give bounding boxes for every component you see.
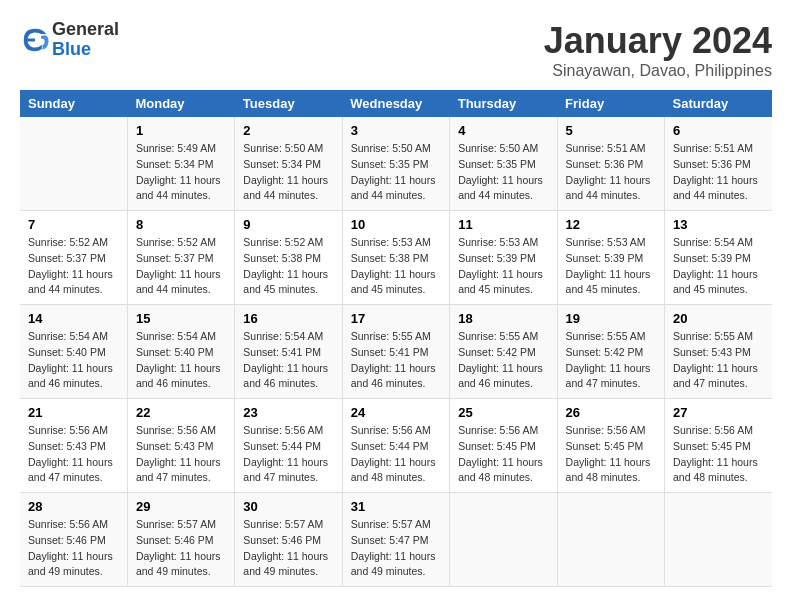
day-info: Sunrise: 5:57 AMSunset: 5:46 PMDaylight:… xyxy=(243,517,333,580)
day-number: 15 xyxy=(136,311,226,326)
day-info: Sunrise: 5:56 AMSunset: 5:44 PMDaylight:… xyxy=(351,423,441,486)
day-info: Sunrise: 5:51 AMSunset: 5:36 PMDaylight:… xyxy=(566,141,656,204)
cell-week5-day5 xyxy=(450,493,557,587)
cell-week3-day5: 18Sunrise: 5:55 AMSunset: 5:42 PMDayligh… xyxy=(450,305,557,399)
header-thursday: Thursday xyxy=(450,90,557,117)
cell-week1-day1 xyxy=(20,117,127,211)
day-info: Sunrise: 5:57 AMSunset: 5:46 PMDaylight:… xyxy=(136,517,226,580)
day-info: Sunrise: 5:53 AMSunset: 5:39 PMDaylight:… xyxy=(566,235,656,298)
day-number: 18 xyxy=(458,311,548,326)
day-info: Sunrise: 5:52 AMSunset: 5:37 PMDaylight:… xyxy=(136,235,226,298)
cell-week3-day1: 14Sunrise: 5:54 AMSunset: 5:40 PMDayligh… xyxy=(20,305,127,399)
day-number: 29 xyxy=(136,499,226,514)
header-sunday: Sunday xyxy=(20,90,127,117)
day-number: 12 xyxy=(566,217,656,232)
cell-week5-day2: 29Sunrise: 5:57 AMSunset: 5:46 PMDayligh… xyxy=(127,493,234,587)
cell-week2-day6: 12Sunrise: 5:53 AMSunset: 5:39 PMDayligh… xyxy=(557,211,664,305)
logo-general: General xyxy=(52,20,119,40)
day-number: 9 xyxy=(243,217,333,232)
cell-week5-day1: 28Sunrise: 5:56 AMSunset: 5:46 PMDayligh… xyxy=(20,493,127,587)
cell-week4-day5: 25Sunrise: 5:56 AMSunset: 5:45 PMDayligh… xyxy=(450,399,557,493)
day-info: Sunrise: 5:49 AMSunset: 5:34 PMDaylight:… xyxy=(136,141,226,204)
day-info: Sunrise: 5:55 AMSunset: 5:42 PMDaylight:… xyxy=(458,329,548,392)
cell-week3-day4: 17Sunrise: 5:55 AMSunset: 5:41 PMDayligh… xyxy=(342,305,449,399)
day-info: Sunrise: 5:57 AMSunset: 5:47 PMDaylight:… xyxy=(351,517,441,580)
cell-week4-day6: 26Sunrise: 5:56 AMSunset: 5:45 PMDayligh… xyxy=(557,399,664,493)
day-info: Sunrise: 5:52 AMSunset: 5:37 PMDaylight:… xyxy=(28,235,119,298)
day-number: 3 xyxy=(351,123,441,138)
location-title: Sinayawan, Davao, Philippines xyxy=(544,62,772,80)
cell-week5-day3: 30Sunrise: 5:57 AMSunset: 5:46 PMDayligh… xyxy=(235,493,342,587)
day-info: Sunrise: 5:51 AMSunset: 5:36 PMDaylight:… xyxy=(673,141,764,204)
month-title: January 2024 xyxy=(544,20,772,62)
header-saturday: Saturday xyxy=(665,90,772,117)
header-monday: Monday xyxy=(127,90,234,117)
page-header: General Blue January 2024 Sinayawan, Dav… xyxy=(20,20,772,80)
day-number: 22 xyxy=(136,405,226,420)
day-number: 8 xyxy=(136,217,226,232)
day-number: 6 xyxy=(673,123,764,138)
calendar-table: SundayMondayTuesdayWednesdayThursdayFrid… xyxy=(20,90,772,587)
week-row-3: 14Sunrise: 5:54 AMSunset: 5:40 PMDayligh… xyxy=(20,305,772,399)
day-number: 24 xyxy=(351,405,441,420)
cell-week3-day7: 20Sunrise: 5:55 AMSunset: 5:43 PMDayligh… xyxy=(665,305,772,399)
day-info: Sunrise: 5:56 AMSunset: 5:45 PMDaylight:… xyxy=(458,423,548,486)
day-number: 26 xyxy=(566,405,656,420)
day-number: 10 xyxy=(351,217,441,232)
logo-text: General Blue xyxy=(52,20,119,60)
day-info: Sunrise: 5:50 AMSunset: 5:34 PMDaylight:… xyxy=(243,141,333,204)
day-info: Sunrise: 5:55 AMSunset: 5:42 PMDaylight:… xyxy=(566,329,656,392)
logo: General Blue xyxy=(20,20,119,60)
week-row-2: 7Sunrise: 5:52 AMSunset: 5:37 PMDaylight… xyxy=(20,211,772,305)
day-info: Sunrise: 5:55 AMSunset: 5:43 PMDaylight:… xyxy=(673,329,764,392)
cell-week2-day1: 7Sunrise: 5:52 AMSunset: 5:37 PMDaylight… xyxy=(20,211,127,305)
cell-week3-day6: 19Sunrise: 5:55 AMSunset: 5:42 PMDayligh… xyxy=(557,305,664,399)
cell-week1-day2: 1Sunrise: 5:49 AMSunset: 5:34 PMDaylight… xyxy=(127,117,234,211)
cell-week1-day5: 4Sunrise: 5:50 AMSunset: 5:35 PMDaylight… xyxy=(450,117,557,211)
day-number: 7 xyxy=(28,217,119,232)
day-number: 30 xyxy=(243,499,333,514)
day-number: 2 xyxy=(243,123,333,138)
header-friday: Friday xyxy=(557,90,664,117)
day-info: Sunrise: 5:54 AMSunset: 5:40 PMDaylight:… xyxy=(136,329,226,392)
cell-week5-day7 xyxy=(665,493,772,587)
day-info: Sunrise: 5:56 AMSunset: 5:43 PMDaylight:… xyxy=(136,423,226,486)
day-number: 17 xyxy=(351,311,441,326)
day-info: Sunrise: 5:54 AMSunset: 5:41 PMDaylight:… xyxy=(243,329,333,392)
cell-week2-day7: 13Sunrise: 5:54 AMSunset: 5:39 PMDayligh… xyxy=(665,211,772,305)
cell-week1-day3: 2Sunrise: 5:50 AMSunset: 5:34 PMDaylight… xyxy=(235,117,342,211)
day-number: 5 xyxy=(566,123,656,138)
logo-blue: Blue xyxy=(52,40,119,60)
day-info: Sunrise: 5:54 AMSunset: 5:40 PMDaylight:… xyxy=(28,329,119,392)
cell-week1-day4: 3Sunrise: 5:50 AMSunset: 5:35 PMDaylight… xyxy=(342,117,449,211)
title-section: January 2024 Sinayawan, Davao, Philippin… xyxy=(544,20,772,80)
cell-week3-day3: 16Sunrise: 5:54 AMSunset: 5:41 PMDayligh… xyxy=(235,305,342,399)
day-number: 28 xyxy=(28,499,119,514)
cell-week1-day7: 6Sunrise: 5:51 AMSunset: 5:36 PMDaylight… xyxy=(665,117,772,211)
cell-week2-day3: 9Sunrise: 5:52 AMSunset: 5:38 PMDaylight… xyxy=(235,211,342,305)
cell-week5-day4: 31Sunrise: 5:57 AMSunset: 5:47 PMDayligh… xyxy=(342,493,449,587)
cell-week5-day6 xyxy=(557,493,664,587)
header-tuesday: Tuesday xyxy=(235,90,342,117)
day-info: Sunrise: 5:52 AMSunset: 5:38 PMDaylight:… xyxy=(243,235,333,298)
day-number: 16 xyxy=(243,311,333,326)
day-number: 19 xyxy=(566,311,656,326)
day-info: Sunrise: 5:50 AMSunset: 5:35 PMDaylight:… xyxy=(351,141,441,204)
day-info: Sunrise: 5:56 AMSunset: 5:45 PMDaylight:… xyxy=(673,423,764,486)
cell-week4-day3: 23Sunrise: 5:56 AMSunset: 5:44 PMDayligh… xyxy=(235,399,342,493)
logo-icon xyxy=(20,25,50,55)
day-number: 21 xyxy=(28,405,119,420)
day-info: Sunrise: 5:56 AMSunset: 5:46 PMDaylight:… xyxy=(28,517,119,580)
day-info: Sunrise: 5:56 AMSunset: 5:44 PMDaylight:… xyxy=(243,423,333,486)
day-info: Sunrise: 5:56 AMSunset: 5:43 PMDaylight:… xyxy=(28,423,119,486)
week-row-4: 21Sunrise: 5:56 AMSunset: 5:43 PMDayligh… xyxy=(20,399,772,493)
cell-week1-day6: 5Sunrise: 5:51 AMSunset: 5:36 PMDaylight… xyxy=(557,117,664,211)
day-info: Sunrise: 5:53 AMSunset: 5:39 PMDaylight:… xyxy=(458,235,548,298)
cell-week3-day2: 15Sunrise: 5:54 AMSunset: 5:40 PMDayligh… xyxy=(127,305,234,399)
day-info: Sunrise: 5:55 AMSunset: 5:41 PMDaylight:… xyxy=(351,329,441,392)
cell-week4-day4: 24Sunrise: 5:56 AMSunset: 5:44 PMDayligh… xyxy=(342,399,449,493)
day-info: Sunrise: 5:53 AMSunset: 5:38 PMDaylight:… xyxy=(351,235,441,298)
cell-week4-day1: 21Sunrise: 5:56 AMSunset: 5:43 PMDayligh… xyxy=(20,399,127,493)
day-number: 13 xyxy=(673,217,764,232)
calendar-header-row: SundayMondayTuesdayWednesdayThursdayFrid… xyxy=(20,90,772,117)
